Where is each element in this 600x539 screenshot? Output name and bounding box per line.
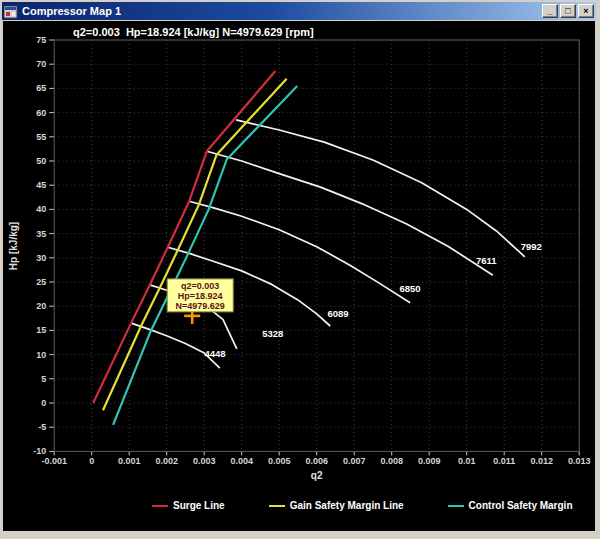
legend-item-control-margin: Control Safety Margin xyxy=(448,500,573,511)
speed-curve-label-6850: 6850 xyxy=(400,283,421,294)
y-tick-label: 45 xyxy=(36,180,46,190)
y-tick-label: 50 xyxy=(36,156,46,166)
y-tick-label: 20 xyxy=(36,301,46,311)
control-safety-margin xyxy=(113,86,297,425)
x-tick-label: 0.006 xyxy=(305,456,328,466)
tooltip-line: Hp=18.924 xyxy=(178,291,223,301)
cursor-readout: q2=0.003 Hp=18.924 [kJ/kg] N=4979.629 [r… xyxy=(73,26,314,38)
legend-label: Gain Safety Margin Line xyxy=(290,500,404,511)
speed-curve-7611 xyxy=(207,151,493,275)
speed-curve-label-7611: 7611 xyxy=(476,255,497,266)
x-tick-label: 0.003 xyxy=(193,456,216,466)
maximize-button[interactable]: □ xyxy=(560,4,576,18)
x-tick-label: 0.011 xyxy=(493,456,515,466)
title-bar[interactable]: Compressor Map 1 _ □ × xyxy=(2,2,596,20)
legend-label: Control Safety Margin xyxy=(469,500,573,511)
x-tick-label: 0.01 xyxy=(458,456,476,466)
x-tick-label: 0.013 xyxy=(568,456,591,466)
minimize-button[interactable]: _ xyxy=(542,4,558,18)
y-tick-label: -10 xyxy=(33,446,46,456)
y-tick-label: -5 xyxy=(38,422,46,432)
x-tick-label: 0.008 xyxy=(380,456,403,466)
y-tick-label: 65 xyxy=(36,83,46,93)
y-tick-label: 75 xyxy=(36,35,46,45)
y-tick-label: 0 xyxy=(41,398,46,408)
y-tick-label: 10 xyxy=(36,350,46,360)
control-margin-line-swatch-icon xyxy=(448,505,464,507)
y-tick-label: 15 xyxy=(36,325,46,335)
y-tick-label: 35 xyxy=(36,229,46,239)
window-controls: _ □ × xyxy=(542,4,594,18)
close-button[interactable]: × xyxy=(578,4,594,18)
speed-curve-label-6089: 6089 xyxy=(328,308,349,319)
plot-border xyxy=(54,40,579,451)
tooltip-line: N=4979.629 xyxy=(176,301,225,311)
app-window: -0.00100.0010.0020.0030.0040.0050.0060.0… xyxy=(0,0,600,539)
y-tick-label: 5 xyxy=(41,374,46,384)
y-axis-title: Hp [kJ/kg] xyxy=(8,222,19,270)
data-tooltip: q2=0.003Hp=18.924N=4979.629 xyxy=(167,279,233,312)
y-tick-label: 70 xyxy=(36,59,46,69)
window-title: Compressor Map 1 xyxy=(22,5,542,17)
gain-safety-margin-line xyxy=(103,79,287,411)
y-tick-label: 25 xyxy=(36,277,46,287)
x-tick-label: 0 xyxy=(89,456,94,466)
y-tick-label: 40 xyxy=(36,204,46,214)
x-tick-label: 0.007 xyxy=(343,456,366,466)
y-tick-label: 30 xyxy=(36,253,46,263)
x-tick-label: 0.001 xyxy=(118,456,141,466)
x-tick-label: -0.001 xyxy=(41,456,67,466)
legend-label: Surge Line xyxy=(173,500,225,511)
chart-legend: Surge Line Gain Safety Margin Line Contr… xyxy=(152,500,573,511)
surge-line-swatch-icon xyxy=(152,505,168,507)
speed-curve-label-5328: 5328 xyxy=(262,328,283,339)
compressor-map-chart[interactable]: -0.00100.0010.0020.0030.0040.0050.0060.0… xyxy=(0,0,600,539)
y-tick-label: 55 xyxy=(36,132,46,142)
legend-item-gain-margin: Gain Safety Margin Line xyxy=(269,500,404,511)
x-tick-label: 0.002 xyxy=(155,456,178,466)
x-axis-title: q2 xyxy=(311,470,323,481)
legend-item-surge: Surge Line xyxy=(152,500,225,511)
gain-margin-line-swatch-icon xyxy=(269,505,285,507)
y-tick-label: 60 xyxy=(36,108,46,118)
tooltip-line: q2=0.003 xyxy=(181,281,219,291)
app-icon xyxy=(4,5,18,18)
speed-curve-label-7992: 7992 xyxy=(521,241,542,252)
x-tick-label: 0.009 xyxy=(418,456,441,466)
x-tick-label: 0.012 xyxy=(530,456,553,466)
speed-curve-label-4448: 4448 xyxy=(205,348,226,359)
x-tick-label: 0.005 xyxy=(268,456,291,466)
x-tick-label: 0.004 xyxy=(230,456,253,466)
